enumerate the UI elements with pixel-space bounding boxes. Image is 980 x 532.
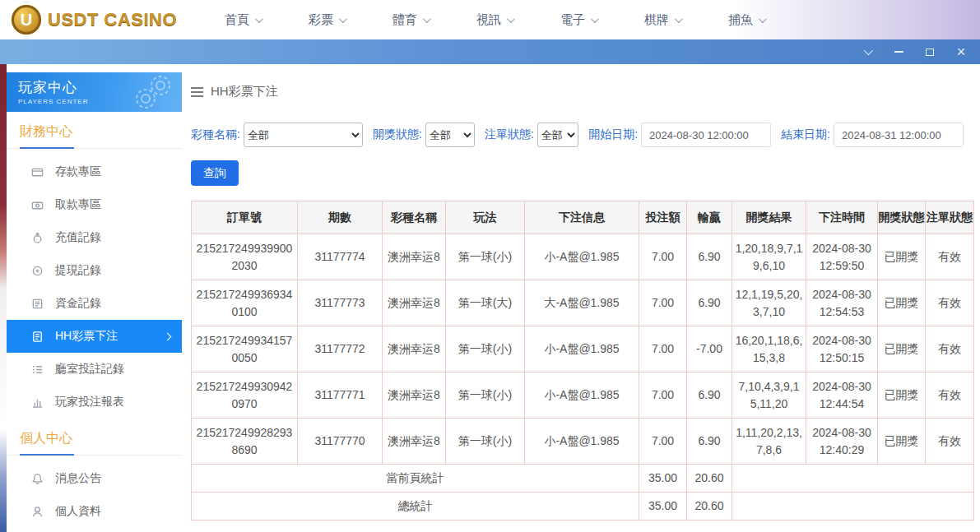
table-header-row: 訂單號 期數 彩種名稱 玩法 下注信息 投注額 輸贏 開獎結果 下注時間 開獎狀… — [192, 201, 974, 234]
breadcrumb: HH彩票下注 — [191, 84, 973, 99]
cell-lottery-name: 澳洲幸运8 — [383, 419, 446, 465]
hamburger-icon[interactable] — [191, 87, 203, 97]
cell-draw-status: 已開獎 — [878, 280, 926, 326]
top-nav: U USDT CASINO 首頁 彩票 體育 視訊 電子 棋牌 捕魚 — [0, 0, 980, 39]
sidebar-item-recharge-record[interactable]: 充值記錄 — [7, 221, 182, 254]
cell-play-type: 第一球(小) — [446, 372, 525, 419]
cell-order-no: 2152172499399002030 — [192, 234, 298, 280]
draw-status-label: 開獎狀態: — [373, 127, 422, 142]
summary-empty — [732, 465, 974, 493]
chevron-down-icon — [255, 15, 263, 23]
grand-summary-row: 總統計 35.00 20.60 — [192, 493, 974, 520]
cell-draw-status: 已開獎 — [878, 419, 926, 465]
nav-item-live[interactable]: 視訊 — [476, 12, 513, 28]
sidebar-item-profile[interactable]: 個人資料 — [7, 495, 182, 528]
cell-bet-amount: 7.00 — [639, 234, 687, 280]
table-row: 2152172499369340100 31177773 澳洲幸运8 第一球(大… — [192, 280, 974, 326]
cell-order-no: 2152172499369340100 — [192, 280, 298, 326]
background-decoration — [0, 64, 7, 532]
nav-item-slots[interactable]: 電子 — [560, 12, 597, 28]
nav-item-label: 視訊 — [476, 12, 501, 28]
sidebar-item-withdrawal-record[interactable]: 提現記錄 — [7, 254, 182, 287]
chevron-right-icon — [164, 332, 172, 340]
logo-icon: U — [12, 5, 41, 35]
cell-play-type: 第一球(大) — [446, 280, 525, 326]
poker-chips-icon — [129, 74, 177, 110]
cell-period: 31177774 — [298, 234, 383, 280]
maximize-button[interactable] — [924, 46, 936, 58]
cell-period: 31177770 — [298, 419, 383, 465]
end-date-label: 結束日期: — [781, 127, 830, 142]
column-header-order-status: 注單狀態 — [926, 201, 974, 234]
nav-item-lottery[interactable]: 彩票 — [309, 12, 345, 28]
filter-bar: 彩種名稱: 全部 開獎狀態: 全部 注單狀態: 全部 開始日期: 結束日期: — [191, 123, 973, 147]
chevron-down-icon — [339, 15, 347, 23]
cell-bet-amount: 7.00 — [639, 419, 687, 465]
bets-table: 訂單號 期數 彩種名稱 玩法 下注信息 投注額 輸贏 開獎結果 下注時間 開獎狀… — [191, 201, 974, 520]
chevron-down-icon — [675, 15, 683, 23]
nav-item-boardgames[interactable]: 棋牌 — [644, 12, 680, 28]
cell-bet-amount: 7.00 — [639, 326, 687, 372]
finance-menu: 存款專區 取款專區 充值記錄 提現記錄 資金記錄 HH彩票下注 — [7, 149, 182, 419]
nav-item-label: 彩票 — [309, 12, 333, 28]
page-title: HH彩票下注 — [211, 84, 278, 99]
sidebar-item-withdraw[interactable]: 取款專區 — [7, 188, 182, 221]
sidebar-item-funds-record[interactable]: 資金記錄 — [7, 287, 182, 320]
logo[interactable]: U USDT CASINO — [12, 5, 177, 35]
cell-order-no: 2152172499341570050 — [192, 326, 298, 372]
minimize-button[interactable] — [893, 46, 904, 58]
cell-period: 31177772 — [298, 326, 383, 372]
cell-draw-result: 16,20,1,18,6,15,3,8 — [732, 326, 806, 372]
window-titlebar: × — [0, 39, 980, 64]
summary-empty — [732, 493, 974, 520]
nav-item-sports[interactable]: 體育 — [392, 12, 429, 28]
sidebar-item-hh-lottery-bets[interactable]: HH彩票下注 — [7, 320, 182, 353]
cell-bet-amount: 7.00 — [639, 372, 687, 419]
cell-bet-info: 小-A盤@1.985 — [525, 326, 639, 372]
bank-card-icon — [31, 166, 44, 178]
sidebar-item-hall-bet-record[interactable]: 廳室投註記錄 — [7, 353, 182, 386]
minimize-icon — [894, 51, 903, 53]
section-finance-center: 財務中心 — [7, 123, 182, 149]
lottery-name-select[interactable]: 全部 — [244, 123, 363, 147]
nav-item-home[interactable]: 首頁 — [225, 12, 261, 28]
sidebar-item-deposit[interactable]: 存款專區 — [7, 155, 182, 188]
order-status-select[interactable]: 全部 — [537, 123, 578, 147]
cell-bet-time: 2024-08-30 12:44:54 — [806, 372, 878, 419]
summary-win-total: 20.60 — [687, 465, 732, 493]
cell-period: 31177773 — [298, 280, 383, 326]
cell-win-loss: 6.90 — [687, 280, 732, 326]
cell-order-no: 2152172499309420970 — [192, 372, 298, 419]
start-date-input[interactable] — [641, 123, 771, 147]
personal-menu: 消息公告 個人資料 — [7, 456, 182, 528]
nav-item-fishing[interactable]: 捕魚 — [728, 12, 764, 28]
draw-status-select[interactable]: 全部 — [425, 123, 475, 147]
cell-play-type: 第一球(小) — [446, 234, 525, 280]
cell-win-loss: 6.90 — [687, 372, 732, 419]
cell-win-loss: 6.90 — [687, 419, 732, 465]
table-row: 2152172499341570050 31177772 澳洲幸运8 第一球(小… — [192, 326, 974, 372]
cell-bet-time: 2024-08-30 12:40:29 — [806, 419, 878, 465]
query-button[interactable]: 查詢 — [191, 160, 239, 186]
nav-item-label: 體育 — [392, 12, 417, 28]
sidebar-item-label: 消息公告 — [55, 471, 101, 486]
collapse-button[interactable] — [862, 46, 873, 58]
cell-bet-info: 小-A盤@1.985 — [525, 372, 639, 419]
maximize-icon — [926, 49, 934, 56]
chevron-down-icon — [423, 15, 431, 23]
summary-bet-total: 35.00 — [639, 465, 687, 493]
end-date-input[interactable] — [834, 123, 964, 147]
main-content: HH彩票下注 彩種名稱: 全部 開獎狀態: 全部 注單狀態: 全部 開始日期: … — [191, 64, 973, 520]
sidebar-item-player-bet-report[interactable]: 玩家投注報表 — [7, 386, 182, 419]
cell-lottery-name: 澳洲幸运8 — [383, 280, 446, 326]
sidebar-item-announcements[interactable]: 消息公告 — [7, 462, 182, 495]
cell-play-type: 第一球(小) — [446, 419, 525, 465]
close-button[interactable]: × — [955, 46, 967, 58]
cell-draw-result: 1,20,18,9,7,19,6,10 — [732, 234, 806, 280]
sidebar-item-label: 提現記錄 — [55, 263, 101, 278]
table-row: 2152172499282938690 31177770 澳洲幸运8 第一球(小… — [192, 419, 974, 465]
cell-draw-result: 1,11,20,2,13,7,8,6 — [732, 419, 806, 465]
column-header-win-loss: 輸贏 — [687, 201, 732, 234]
cell-bet-info: 小-A盤@1.985 — [525, 234, 639, 280]
cell-bet-time: 2024-08-30 12:59:50 — [806, 234, 878, 280]
